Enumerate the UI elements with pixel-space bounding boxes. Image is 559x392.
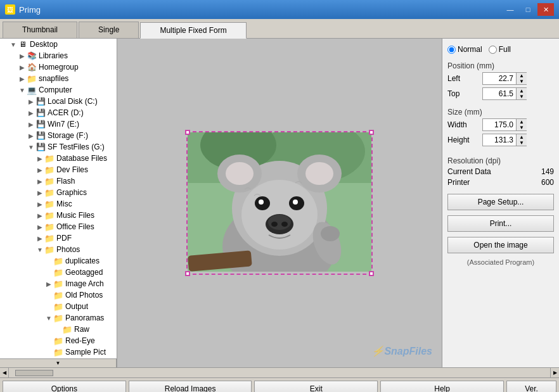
toggle-panoramas[interactable]: ▼	[44, 313, 53, 322]
width-up-arrow[interactable]: ▲	[517, 119, 527, 125]
tree-item-office-files[interactable]: ▶ 📁 Office Files	[0, 221, 117, 232]
tree-item-old-photos[interactable]: 📁 Old Photos	[0, 289, 117, 301]
resize-handle-tr[interactable]	[369, 130, 374, 135]
normal-radio[interactable]	[447, 46, 456, 54]
exit-button[interactable]: Exit	[254, 381, 378, 392]
height-up-arrow[interactable]: ▲	[517, 134, 527, 140]
toggle-graphics[interactable]: ▶	[35, 188, 44, 197]
resize-handle-br[interactable]	[369, 271, 374, 276]
toggle-dev-files[interactable]: ▶	[35, 165, 44, 174]
scroll-left-btn[interactable]: ◀	[0, 368, 9, 377]
scroll-right-btn[interactable]: ▶	[550, 368, 559, 377]
width-input[interactable]	[483, 120, 516, 130]
resize-handle-bl[interactable]	[185, 271, 190, 276]
toggle-photos[interactable]: ▼	[35, 245, 44, 254]
full-radio[interactable]	[489, 46, 497, 54]
resize-handle-tl[interactable]	[185, 130, 190, 135]
red-eye-icon: 📁	[53, 336, 63, 346]
toggle-sample-pict[interactable]	[44, 348, 53, 357]
toggle-office-files[interactable]: ▶	[35, 222, 44, 231]
tree-item-misc[interactable]: ▶ 📁 Misc	[0, 198, 117, 210]
tree-item-acer-d[interactable]: ▶ 💾 ACER (D:)	[0, 107, 117, 118]
toggle-output[interactable]	[44, 302, 53, 311]
print-button[interactable]: Print...	[447, 215, 554, 232]
tree-item-duplicates[interactable]: 📁 duplicates	[0, 255, 117, 267]
toggle-image-arch[interactable]: ▶	[44, 279, 53, 288]
toggle-flash[interactable]: ▶	[35, 177, 44, 186]
tab-multiple-fixed-form[interactable]: Multiple Fixed Form	[140, 22, 246, 39]
height-label: Height	[447, 136, 482, 144]
toggle-storage-f[interactable]: ▶	[27, 131, 35, 140]
page-setup-button[interactable]: Page Setup...	[447, 194, 554, 210]
tree-item-raw[interactable]: 📁 Raw	[0, 324, 117, 335]
toggle-libraries[interactable]: ▶	[18, 51, 27, 60]
h-scrollbar-track[interactable]	[9, 369, 550, 377]
tree-item-sf-testfiles-g[interactable]: ▼ 💾 SF TestFiles (G:)	[0, 141, 117, 153]
toggle-old-photos[interactable]	[44, 291, 53, 300]
left-up-arrow[interactable]: ▲	[517, 73, 527, 79]
tree-item-panoramas[interactable]: ▼ 📁 Panoramas	[0, 312, 117, 324]
minimize-button[interactable]: —	[502, 3, 518, 16]
help-button[interactable]: Help	[380, 381, 504, 392]
width-down-arrow[interactable]: ▼	[517, 125, 527, 130]
left-down-arrow[interactable]: ▼	[517, 79, 527, 84]
options-button[interactable]: Options	[3, 381, 126, 392]
top-down-arrow[interactable]: ▼	[517, 94, 527, 99]
toggle-music-files[interactable]: ▶	[35, 211, 44, 220]
h-scrollbar-thumb[interactable]	[15, 370, 53, 376]
tree-item-database-files[interactable]: ▶ 📁 Database Files	[0, 153, 117, 164]
tree-item-sample-pict[interactable]: 📁 Sample Pict	[0, 346, 117, 358]
tree-scroll-down[interactable]: ▼	[0, 358, 117, 367]
tree-item-music-files[interactable]: ▶ 📁 Music Files	[0, 210, 117, 221]
full-radio-label[interactable]: Full	[489, 45, 511, 54]
tree-item-image-arch[interactable]: ▶ 📁 Image Arch	[0, 278, 117, 289]
tree-item-libraries[interactable]: ▶ 📚 Libraries	[0, 50, 117, 61]
height-input[interactable]	[483, 135, 516, 145]
tree-item-flash[interactable]: ▶ 📁 Flash	[0, 175, 117, 187]
tree-item-desktop[interactable]: ▼ 🖥 Desktop	[0, 39, 117, 50]
toggle-acer-d[interactable]: ▶	[27, 108, 35, 117]
toggle-sf-testfiles-g[interactable]: ▼	[27, 142, 35, 151]
toggle-duplicates[interactable]	[44, 256, 53, 265]
toggle-local-disk-c[interactable]: ▶	[27, 97, 35, 106]
left-input[interactable]	[483, 73, 516, 84]
tree-item-red-eye[interactable]: 📁 Red-Eye	[0, 335, 117, 346]
normal-radio-label[interactable]: Normal	[447, 45, 482, 54]
toggle-win7-e[interactable]: ▶	[27, 120, 35, 129]
tab-single[interactable]: Single	[79, 22, 139, 38]
tree-item-snapfiles[interactable]: ▶ 📁 snapfiles	[0, 73, 117, 84]
toggle-homegroup[interactable]: ▶	[18, 63, 27, 72]
toggle-desktop[interactable]: ▼	[9, 40, 18, 49]
tree-item-computer[interactable]: ▼ 💻 Computer	[0, 84, 117, 96]
toggle-red-eye[interactable]	[44, 336, 53, 345]
reload-images-button[interactable]: Reload Images	[129, 381, 252, 392]
homegroup-icon: 🏠	[27, 62, 37, 72]
height-down-arrow[interactable]: ▼	[517, 140, 527, 146]
tree-item-storage-f[interactable]: ▶ 💾 Storage (F:)	[0, 130, 117, 141]
tree-item-geotagged[interactable]: 📁 Geotagged	[0, 267, 117, 278]
tree-item-homegroup[interactable]: ▶ 🏠 Homegroup	[0, 61, 117, 73]
close-button[interactable]: ✕	[537, 3, 554, 16]
top-input[interactable]	[483, 89, 516, 99]
maximize-button[interactable]: □	[520, 3, 536, 16]
top-up-arrow[interactable]: ▲	[517, 88, 527, 94]
tree-item-win7-e[interactable]: ▶ 💾 Win7 (E:)	[0, 118, 117, 130]
toggle-misc[interactable]: ▶	[35, 199, 44, 208]
toggle-snapfiles[interactable]: ▶	[18, 74, 27, 83]
top-arrows: ▲ ▼	[516, 88, 527, 99]
tab-thumbnail[interactable]: Thumbnail	[3, 22, 77, 38]
open-image-button[interactable]: Open the image	[447, 237, 554, 253]
tree-item-output[interactable]: 📁 Output	[0, 301, 117, 312]
toggle-raw[interactable]	[53, 325, 62, 334]
tree-item-graphics[interactable]: ▶ 📁 Graphics	[0, 187, 117, 198]
tree-item-pdf[interactable]: ▶ 📁 PDF	[0, 232, 117, 244]
ver-button[interactable]: Ver.	[506, 381, 556, 392]
file-tree[interactable]: ▼ 🖥 Desktop ▶ 📚 Libraries ▶ 🏠 Homegroup …	[0, 39, 117, 358]
toggle-computer[interactable]: ▼	[18, 85, 27, 94]
toggle-geotagged[interactable]	[44, 268, 53, 277]
toggle-pdf[interactable]: ▶	[35, 234, 44, 243]
tree-item-dev-files[interactable]: ▶ 📁 Dev Files	[0, 164, 117, 175]
tree-item-local-disk-c[interactable]: ▶ 💾 Local Disk (C:)	[0, 96, 117, 107]
toggle-database-files[interactable]: ▶	[35, 154, 44, 163]
tree-item-photos[interactable]: ▼ 📁 Photos	[0, 244, 117, 255]
